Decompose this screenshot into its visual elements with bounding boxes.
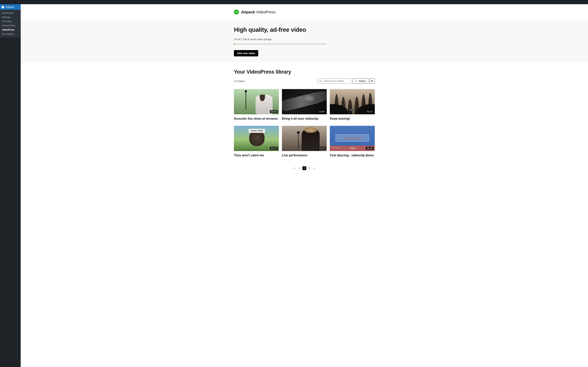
hero-title: High quality, ad-free video xyxy=(234,26,375,33)
video-card[interactable]: 02:49 Bring it all over videoclip xyxy=(282,89,327,120)
video-duration: 02:14 xyxy=(366,110,374,113)
svg-point-7 xyxy=(371,81,372,81)
brand-strong: Jetpack xyxy=(241,10,255,14)
chevron-left-icon xyxy=(294,167,295,169)
admin-topbar xyxy=(0,0,588,4)
svg-point-5 xyxy=(371,80,372,81)
video-thumbnail: 02:53 xyxy=(282,126,327,151)
video-card[interactable]: ADDICT RIDE 01:24 They won't catch me xyxy=(234,126,279,157)
thumb-inline-text: VisualisaLiene xyxy=(331,147,341,149)
pagination: 1 2 3 xyxy=(234,166,375,170)
storage-usage-text: 1% of 1 TiB of cloud video storage xyxy=(234,38,375,41)
video-duration: 03:38 xyxy=(270,110,278,113)
video-title: Bring it all over videoclip xyxy=(282,117,327,120)
pagination-page-2[interactable]: 2 xyxy=(303,166,306,170)
sidebar-item-dashboard[interactable]: Dashboard xyxy=(0,11,21,15)
jetpack-icon xyxy=(1,6,4,8)
video-card[interactable]: VisualisaLiene ◄◄❚❚►► 00:36 Fast dancing… xyxy=(330,126,375,157)
video-title: Acoustic live show at terraces xyxy=(234,117,279,120)
pagination-prev-button[interactable] xyxy=(293,166,296,170)
svg-point-0 xyxy=(320,80,321,82)
sidebar: Jetpack Dashboard Settings Site Stats Je… xyxy=(0,4,21,367)
sidebar-top-jetpack[interactable]: Jetpack xyxy=(0,4,21,10)
sidebar-item-site-stats[interactable]: Site Stats xyxy=(0,19,21,24)
video-thumbnail: 03:38 xyxy=(234,89,279,114)
search-icon xyxy=(320,80,322,82)
video-thumbnail: 02:49 xyxy=(282,89,327,114)
video-count: 13 Videos xyxy=(234,80,245,83)
filters-label: Filters xyxy=(359,80,366,83)
main-content: Jetpack VideoPress High quality, ad-free… xyxy=(21,4,588,367)
video-title: Keep moving! xyxy=(330,117,375,120)
svg-line-1 xyxy=(321,81,321,82)
video-thumbnail: ADDICT RIDE 01:24 xyxy=(234,126,279,151)
pagination-next-button[interactable] xyxy=(312,166,316,170)
video-title: They won't catch me xyxy=(234,154,279,157)
jetpack-logo-icon xyxy=(234,9,239,15)
filters-button[interactable]: Filters xyxy=(353,78,368,84)
video-duration: 02:49 xyxy=(318,110,326,113)
brand-light: VideoPress xyxy=(256,10,276,14)
video-card[interactable]: 02:53 Live performance xyxy=(282,126,327,157)
sidebar-item-jetpack-beta[interactable]: Jetpack Beta xyxy=(0,24,21,28)
search-box[interactable] xyxy=(317,78,351,84)
sidebar-item-settings[interactable]: Settings xyxy=(0,15,21,19)
filter-icon xyxy=(355,80,358,82)
thumb-inline-text: ADDICT RIDE xyxy=(249,129,265,133)
list-view-toggle-button[interactable] xyxy=(369,78,375,84)
storage-progress-fill xyxy=(234,43,235,45)
sidebar-item-my-jetpack[interactable]: My Jetpack xyxy=(0,32,21,36)
add-new-video-button[interactable]: Add new video xyxy=(234,50,258,56)
video-thumbnail: 02:14 xyxy=(330,89,375,114)
svg-point-9 xyxy=(371,81,372,82)
hero: High quality, ad-free video 1% of 1 TiB … xyxy=(21,19,588,62)
video-duration: 00:36 xyxy=(366,147,374,150)
sidebar-subnav: Dashboard Settings Site Stats Jetpack Be… xyxy=(0,10,21,38)
brand-text: Jetpack VideoPress xyxy=(241,10,276,14)
sidebar-jetpack-label: Jetpack xyxy=(5,6,14,8)
library-section: Your VideoPress library 13 Videos Filter… xyxy=(234,62,375,181)
pagination-page-3[interactable]: 3 xyxy=(307,166,311,170)
list-view-icon xyxy=(371,80,373,82)
current-menu-caret-icon xyxy=(21,6,22,8)
video-duration: 01:24 xyxy=(270,147,278,150)
sidebar-item-videopress[interactable]: VideoPress xyxy=(0,28,21,32)
video-card[interactable]: 02:14 Keep moving! xyxy=(330,89,375,120)
chevron-right-icon xyxy=(313,167,315,169)
search-input[interactable] xyxy=(324,80,349,82)
video-duration: 02:53 xyxy=(318,147,326,150)
video-thumbnail: VisualisaLiene ◄◄❚❚►► 00:36 xyxy=(330,126,375,151)
video-grid: 03:38 Acoustic live show at terraces 02:… xyxy=(234,89,375,157)
storage-progress-bar xyxy=(234,43,327,45)
brand-header: Jetpack VideoPress xyxy=(234,4,375,19)
pagination-page-1[interactable]: 1 xyxy=(297,166,301,170)
library-title: Your VideoPress library xyxy=(234,69,375,75)
video-card[interactable]: 03:38 Acoustic live show at terraces xyxy=(234,89,279,120)
video-title: Fast dancing - videoclip demo xyxy=(330,154,375,157)
video-title: Live performance xyxy=(282,154,327,157)
